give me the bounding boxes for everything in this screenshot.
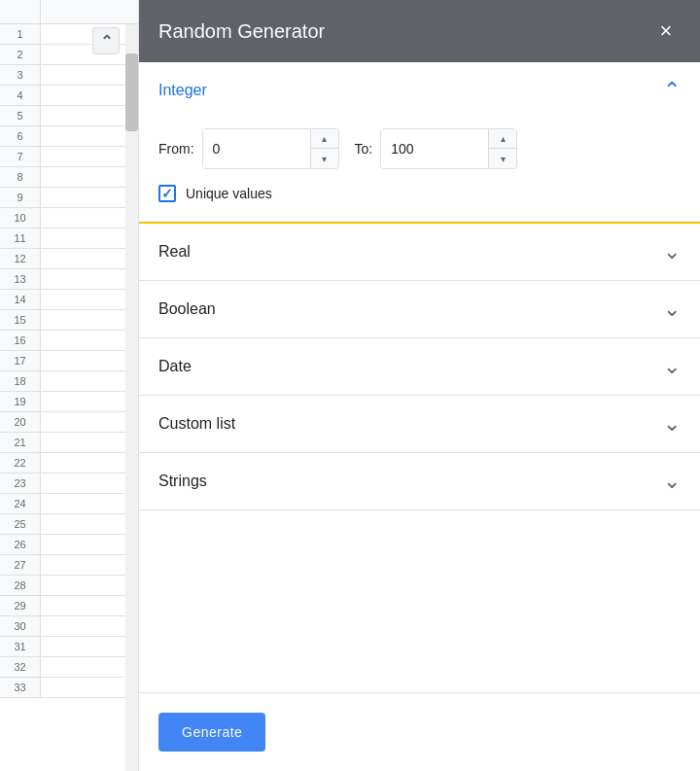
cell[interactable] xyxy=(41,371,138,391)
table-row: 10 xyxy=(0,208,138,228)
row-number: 20 xyxy=(0,412,41,432)
table-row: 7 xyxy=(0,147,138,167)
table-row: 5 xyxy=(0,106,138,126)
cell[interactable] xyxy=(41,269,138,289)
row-number: 14 xyxy=(0,290,41,309)
to-spinner-buttons: ▴ ▾ xyxy=(488,129,516,168)
cell[interactable] xyxy=(41,331,138,350)
cell[interactable] xyxy=(41,106,138,125)
row-number: 2 xyxy=(0,45,41,64)
cell[interactable] xyxy=(41,555,138,575)
unique-values-label: Unique values xyxy=(186,186,272,201)
row-number: 11 xyxy=(0,228,41,248)
section-strings-header[interactable]: Strings xyxy=(139,453,700,509)
spreadsheet-background: 1234567891011121314151617181920212223242… xyxy=(0,0,139,771)
cell[interactable] xyxy=(41,351,138,370)
section-boolean-title: Boolean xyxy=(158,300,216,318)
table-row: 3 xyxy=(0,65,138,86)
col-a-header xyxy=(41,0,138,23)
row-number: 6 xyxy=(0,126,41,146)
cell[interactable] xyxy=(41,678,138,697)
from-input[interactable] xyxy=(203,129,310,168)
table-row: 25 xyxy=(0,514,138,535)
scrollbar-thumb[interactable] xyxy=(125,53,138,131)
row-number: 5 xyxy=(0,106,41,125)
cell[interactable] xyxy=(41,453,138,473)
cell[interactable] xyxy=(41,45,138,64)
row-number: 12 xyxy=(0,249,41,268)
cell[interactable] xyxy=(41,310,138,330)
row-number: 13 xyxy=(0,269,41,289)
cell[interactable] xyxy=(41,494,138,513)
cell[interactable] xyxy=(41,147,138,166)
cell[interactable] xyxy=(41,576,138,595)
row-number: 19 xyxy=(0,392,41,411)
section-custom-list-header[interactable]: Custom list xyxy=(139,396,700,452)
to-input[interactable] xyxy=(381,129,488,168)
cell[interactable] xyxy=(41,514,138,534)
table-row: 17 xyxy=(0,351,138,371)
row-number: 25 xyxy=(0,514,41,534)
cell[interactable] xyxy=(41,535,138,554)
cell[interactable] xyxy=(41,433,138,452)
unique-values-checkbox-container[interactable]: ✓ Unique values xyxy=(158,185,272,202)
collapse-button[interactable]: ⌃ xyxy=(92,27,120,54)
cell[interactable] xyxy=(41,167,138,187)
section-custom-list-title: Custom list xyxy=(158,415,235,433)
to-increment-button[interactable]: ▴ xyxy=(489,129,516,149)
table-row: 22 xyxy=(0,453,138,473)
cell[interactable] xyxy=(41,126,138,146)
close-button[interactable]: × xyxy=(651,17,681,46)
from-decrement-button[interactable]: ▾ xyxy=(311,149,338,168)
cell[interactable] xyxy=(41,412,138,432)
row-number: 3 xyxy=(0,65,41,85)
row-number: 8 xyxy=(0,167,41,187)
column-header xyxy=(0,0,139,24)
cell[interactable] xyxy=(41,596,138,615)
section-date-header[interactable]: Date xyxy=(139,338,700,395)
section-boolean-header[interactable]: Boolean xyxy=(139,281,700,337)
table-row: 15 xyxy=(0,310,138,331)
from-increment-button[interactable]: ▴ xyxy=(311,129,338,149)
table-row: 13 xyxy=(0,269,138,290)
cell[interactable] xyxy=(41,228,138,248)
cell[interactable] xyxy=(41,637,138,656)
section-custom-list: Custom list xyxy=(139,396,700,453)
cell[interactable] xyxy=(41,86,138,105)
generate-button[interactable]: Generate xyxy=(158,713,265,752)
row-number: 24 xyxy=(0,494,41,513)
cell[interactable] xyxy=(41,616,138,636)
cell[interactable] xyxy=(41,392,138,411)
section-strings: Strings xyxy=(139,453,700,510)
from-spinner-buttons: ▴ ▾ xyxy=(310,129,338,168)
panel-header: Random Generator × xyxy=(139,0,700,62)
row-num-header xyxy=(0,0,41,23)
cell[interactable] xyxy=(41,249,138,268)
row-number: 21 xyxy=(0,433,41,452)
cell[interactable] xyxy=(41,208,138,228)
panel-footer: Generate xyxy=(139,692,700,771)
to-spinner: ▴ ▾ xyxy=(380,128,517,169)
section-integer-header[interactable]: Integer xyxy=(139,62,700,119)
cell[interactable] xyxy=(41,65,138,85)
to-decrement-button[interactable]: ▾ xyxy=(489,149,516,168)
row-number: 26 xyxy=(0,535,41,554)
chevron-down-icon xyxy=(663,471,681,492)
cell[interactable] xyxy=(41,188,138,207)
row-number: 16 xyxy=(0,331,41,350)
row-number: 4 xyxy=(0,86,41,105)
cell[interactable] xyxy=(41,24,138,44)
cell[interactable] xyxy=(41,290,138,309)
row-number: 18 xyxy=(0,371,41,391)
table-row: 4 xyxy=(0,86,138,106)
table-row: 26 xyxy=(0,535,138,555)
cell[interactable] xyxy=(41,473,138,493)
row-number: 30 xyxy=(0,616,41,636)
table-row: 21 xyxy=(0,433,138,453)
table-row: 18 xyxy=(0,371,138,392)
unique-values-checkbox[interactable]: ✓ xyxy=(158,185,176,202)
cell[interactable] xyxy=(41,657,138,677)
section-real-header[interactable]: Real xyxy=(139,224,700,280)
scrollbar[interactable] xyxy=(125,24,138,771)
row-number: 7 xyxy=(0,147,41,166)
